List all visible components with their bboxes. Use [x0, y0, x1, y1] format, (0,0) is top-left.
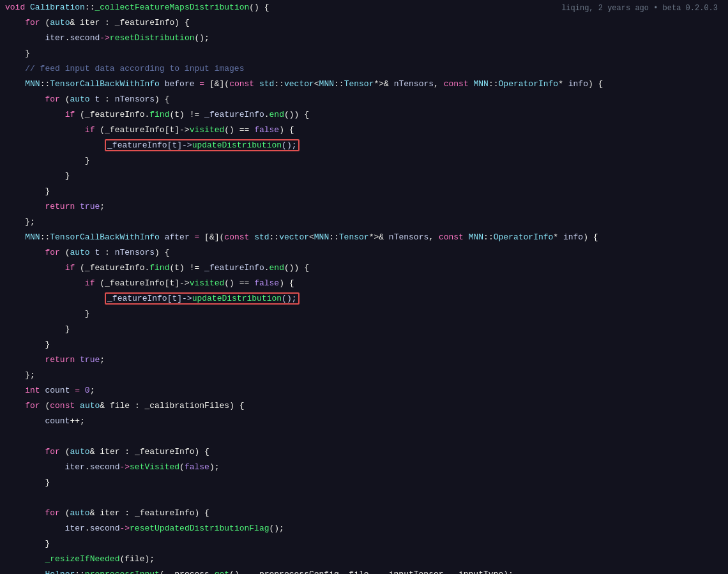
- code-line: }: [0, 153, 728, 169]
- code-line: // feed input data according to input im…: [0, 61, 728, 77]
- code-line: return true;: [0, 199, 728, 215]
- code-line: for (auto t : nTensors) {: [0, 92, 728, 107]
- code-line: }: [0, 322, 728, 337]
- code-line: for (const auto& file : _calibrationFile…: [0, 398, 728, 414]
- code-line: int count = 0;: [0, 383, 728, 398]
- code-line: MNN::TensorCallBackWithInfo before = [&]…: [0, 77, 728, 92]
- code-line: }: [0, 169, 728, 184]
- code-line: if (_featureInfo.find(t) != _featureInfo…: [0, 261, 728, 276]
- code-line: }: [0, 306, 728, 322]
- code-line: };: [0, 215, 728, 230]
- code-line: }: [0, 536, 728, 552]
- code-line: for (auto t : nTensors) {: [0, 245, 728, 261]
- code-line: MNN::TensorCallBackWithInfo after = [&](…: [0, 230, 728, 245]
- code-line-highlighted: _featureInfo[t]->updateDistribution();: [0, 138, 728, 153]
- code-line: if (_featureInfo[t]->visited() == false)…: [0, 276, 728, 291]
- code-line: if (_featureInfo[t]->visited() == false)…: [0, 123, 728, 138]
- code-line: for (auto& iter : _featureInfo) {: [0, 444, 728, 460]
- code-line: }: [0, 475, 728, 490]
- code-line: _resizeIfNeeded(file);: [0, 552, 728, 567]
- code-line: for (auto& iter : _featureInfo) {: [0, 15, 728, 31]
- code-line-highlighted: _featureInfo[t]->updateDistribution();: [0, 291, 728, 306]
- code-line: }: [0, 184, 728, 199]
- code-line: iter.second->resetUpdatedDistributionFla…: [0, 521, 728, 536]
- git-blame-bar: liqing, 2 years ago • beta 0.2.0.3: [551, 0, 728, 17]
- code-line: for (auto& iter : _featureInfo) {: [0, 506, 728, 521]
- code-container: liqing, 2 years ago • beta 0.2.0.3 void …: [0, 0, 728, 574]
- code-line: iter.second->resetDistribution();: [0, 31, 728, 46]
- code-line: iter.second->setVisited(false);: [0, 460, 728, 475]
- code-line: }: [0, 337, 728, 352]
- code-line: return true;: [0, 352, 728, 368]
- code-line: }: [0, 46, 728, 61]
- code-line: };: [0, 368, 728, 383]
- code-line: if (_featureInfo.find(t) != _featureInfo…: [0, 107, 728, 123]
- code-line: count++;: [0, 414, 728, 429]
- code-line: [0, 490, 728, 506]
- code-line: [0, 429, 728, 444]
- code-line: Helper::preprocessInput( _process.get(),…: [0, 567, 728, 574]
